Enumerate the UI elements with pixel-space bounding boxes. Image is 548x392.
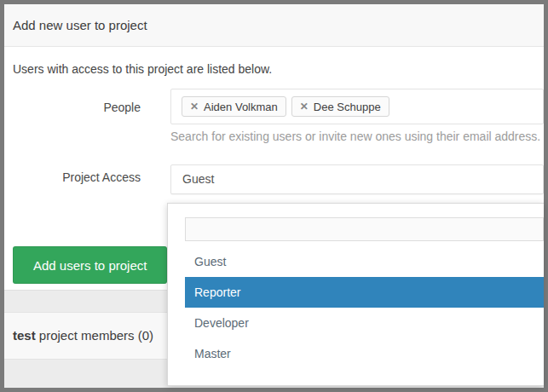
panel-description: Users with access to this project are li… bbox=[13, 62, 272, 76]
dropdown-option-guest[interactable]: Guest bbox=[185, 246, 544, 277]
dropdown-option-reporter[interactable]: Reporter bbox=[185, 277, 544, 308]
dropdown-option-master[interactable]: Master bbox=[185, 338, 544, 369]
dropdown-option-developer[interactable]: Developer bbox=[185, 308, 544, 338]
add-users-button[interactable]: Add users to project bbox=[13, 246, 167, 284]
panel-header: Add new user to project bbox=[4, 4, 544, 47]
remove-token-icon[interactable]: ✕ bbox=[190, 101, 199, 112]
user-token-name: Dee Schuppe bbox=[314, 101, 381, 113]
panel-title: Add new user to project bbox=[13, 18, 147, 32]
project-name: test bbox=[13, 328, 36, 343]
people-label: People bbox=[4, 101, 141, 114]
user-token: ✕ Dee Schuppe bbox=[291, 96, 389, 117]
dropdown-search-input[interactable] bbox=[185, 217, 544, 241]
add-user-dialog: Add new user to project Users with acces… bbox=[0, 0, 548, 392]
members-heading-rest: project members (0) bbox=[36, 328, 153, 343]
project-access-selected-value: Guest bbox=[182, 172, 214, 186]
people-help-text: Search for existing users or invite new … bbox=[170, 130, 540, 143]
dialog-content: Add new user to project Users with acces… bbox=[4, 4, 544, 388]
project-access-select[interactable]: Guest bbox=[170, 164, 544, 194]
project-access-label: Project Access bbox=[4, 170, 141, 184]
dropdown-options-list: Guest Reporter Developer Master bbox=[185, 246, 544, 369]
user-token-name: Aiden Volkman bbox=[204, 101, 278, 113]
people-input[interactable]: ✕ Aiden Volkman ✕ Dee Schuppe bbox=[170, 89, 544, 124]
access-level-dropdown: Guest Reporter Developer Master bbox=[167, 203, 544, 386]
user-token: ✕ Aiden Volkman bbox=[182, 96, 286, 117]
remove-token-icon[interactable]: ✕ bbox=[300, 101, 309, 112]
